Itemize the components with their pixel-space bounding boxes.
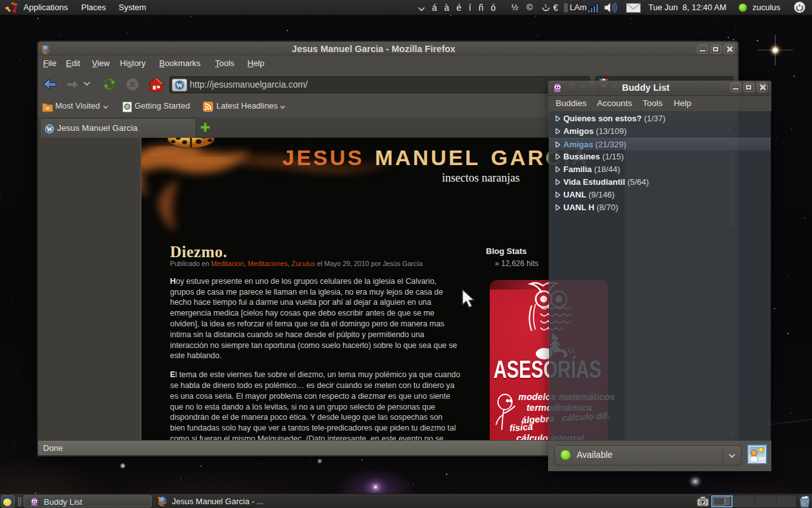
svg-text:W: W [176, 81, 183, 89]
svg-text:W: W [46, 126, 53, 133]
